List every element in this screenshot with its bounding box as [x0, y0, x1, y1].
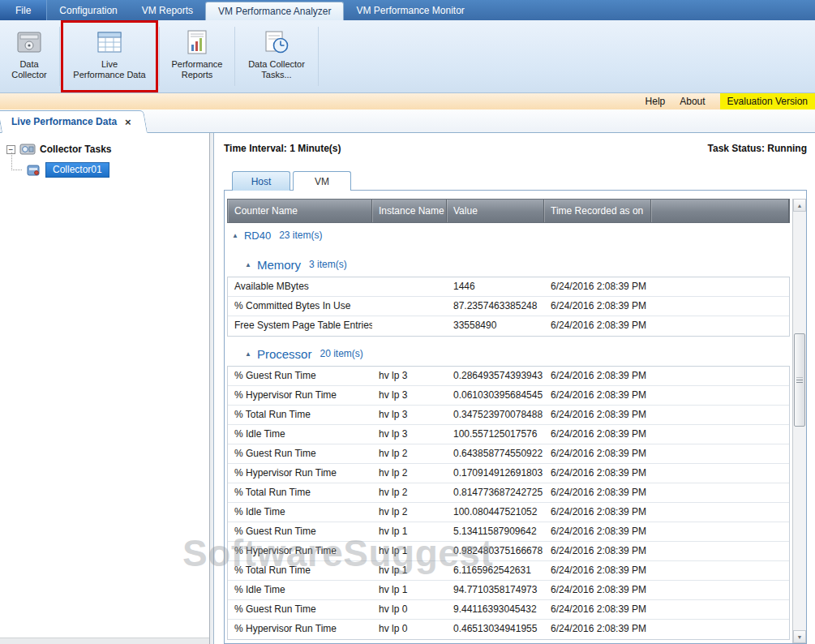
- table-row[interactable]: % Committed Bytes In Use87.2357463385248…: [228, 297, 789, 316]
- live-performance-data-icon: [96, 28, 123, 56]
- table-row[interactable]: % Total Run Timehv lp 30.347523970078488…: [228, 406, 789, 425]
- performance-reports-button[interactable]: Performance Reports: [163, 23, 231, 90]
- collapse-triangle-icon: ▲: [232, 232, 238, 239]
- data-collector-button[interactable]: Data Collector: [2, 23, 56, 90]
- cell-empty: [651, 425, 789, 444]
- cell-value: 100.557125017576: [447, 425, 544, 444]
- data-collector-icon: [15, 28, 43, 56]
- cell-counter-name: % Total Run Time: [228, 483, 372, 502]
- application-window: File Configuration VM Reports VM Perform…: [0, 0, 815, 644]
- cell-instance-name: hv lp 3: [372, 386, 447, 405]
- tab-vm-performance-monitor[interactable]: VM Performance Monitor: [344, 0, 476, 20]
- table-row[interactable]: % Guest Run Timehv lp 30.286493574393943…: [228, 367, 789, 386]
- cell-counter-name: % Total Run Time: [228, 406, 372, 424]
- table-row[interactable]: % Idle Timehv lp 194.77103581749736/24/2…: [228, 581, 789, 600]
- cell-instance-name: [372, 297, 447, 316]
- column-header-instance-name[interactable]: Instance Name: [372, 200, 447, 222]
- scroll-down-icon[interactable]: ▼: [793, 630, 806, 643]
- cell-counter-name: % Total Run Time: [228, 561, 372, 580]
- cell-empty: [651, 277, 789, 296]
- scrollbar-thumb[interactable]: [794, 333, 805, 427]
- table-row[interactable]: % Hypervisor Run Timehv lp 00.4651303494…: [228, 620, 789, 639]
- cell-time-recorded: 6/24/2016 2:08:39 PM: [544, 483, 651, 502]
- tab-vm[interactable]: VM: [293, 171, 351, 191]
- about-link[interactable]: About: [680, 96, 705, 107]
- column-header-time-recorded[interactable]: Time Recorded as on: [544, 200, 651, 222]
- document-tab-live-performance-data[interactable]: Live Performance Data ×: [2, 110, 152, 133]
- table-row[interactable]: Free System Page Table Entries335584906/…: [228, 316, 789, 336]
- group-header-memory[interactable]: ▲Memory3 item(s): [227, 252, 790, 277]
- cell-instance-name: [372, 316, 447, 336]
- scrollbar-grip-icon: [796, 377, 803, 383]
- cell-empty: [651, 444, 789, 463]
- cell-instance-name: hv lp 3: [372, 367, 447, 385]
- table-row[interactable]: % Guest Run Timehv lp 09.441163930454326…: [228, 600, 789, 620]
- document-tab-label: Live Performance Data: [11, 116, 117, 127]
- table-row[interactable]: % Total Run Timehv lp 16.11659625426316/…: [228, 561, 789, 581]
- cell-value: 9.44116393045432: [447, 600, 544, 619]
- tree-horizontal-scrollbar[interactable]: [0, 638, 209, 644]
- subgroup-count: 20 item(s): [320, 348, 362, 359]
- tab-file[interactable]: File: [0, 0, 47, 20]
- tree-node-collector01[interactable]: Collector01: [25, 162, 209, 178]
- table-row[interactable]: % Hypervisor Run Timehv lp 10.9824803751…: [228, 542, 789, 561]
- tab-host[interactable]: Host: [232, 171, 290, 191]
- collapse-triangle-icon: ▲: [245, 261, 251, 268]
- cell-counter-name: % Guest Run Time: [228, 367, 372, 385]
- table-row[interactable]: % Total Run Timehv lp 20.814773687242725…: [228, 483, 789, 503]
- cell-time-recorded: 6/24/2016 2:08:39 PM: [544, 406, 651, 424]
- collapse-triangle-icon: ▲: [245, 350, 251, 358]
- scrollbar-track[interactable]: [793, 212, 806, 630]
- cell-instance-name: hv lp 3: [372, 406, 447, 424]
- cell-value: 94.7710358174973: [447, 581, 544, 599]
- row-group-box: Available MBytes14466/24/2016 2:08:39 PM…: [227, 277, 790, 337]
- scroll-up-icon[interactable]: ▲: [793, 199, 806, 212]
- grid-area: Counter Name Instance Name Value Time Re…: [225, 191, 792, 643]
- column-header-counter-name[interactable]: Counter Name: [228, 200, 372, 222]
- table-row[interactable]: % Hypervisor Run Timehv lp 20.1709149126…: [228, 464, 789, 483]
- cell-time-recorded: 6/24/2016 2:08:39 PM: [544, 386, 651, 405]
- view-tabs: Host VM: [232, 171, 807, 191]
- cell-counter-name: Available MBytes: [228, 277, 372, 296]
- performance-data-panel: Time Interval: 1 Minute(s) Task Status: …: [213, 133, 815, 644]
- cell-time-recorded: 6/24/2016 2:08:39 PM: [544, 464, 651, 483]
- column-header-empty: [651, 200, 789, 222]
- live-performance-data-button[interactable]: Live Performance Data: [63, 23, 156, 90]
- close-tab-icon[interactable]: ×: [125, 116, 131, 128]
- tab-vm-performance-analyzer[interactable]: VM Performance Analyzer: [205, 2, 344, 20]
- grid-header: Counter Name Instance Name Value Time Re…: [227, 199, 790, 223]
- document-tab-strip: Live Performance Data ×: [0, 109, 815, 133]
- table-row[interactable]: % Idle Timehv lp 2100.0804475210526/24/2…: [228, 503, 789, 522]
- cell-counter-name: % Guest Run Time: [228, 444, 372, 463]
- help-link[interactable]: Help: [646, 96, 666, 107]
- tab-configuration[interactable]: Configuration: [47, 0, 129, 20]
- performance-grid: Counter Name Instance Name Value Time Re…: [224, 190, 807, 644]
- table-row[interactable]: % Idle Timehv lp 3100.5571250175766/24/2…: [228, 425, 789, 444]
- cell-counter-name: % Committed Bytes In Use: [228, 297, 372, 316]
- cell-empty: [651, 503, 789, 522]
- task-status-label: Task Status: Running: [708, 143, 807, 154]
- evaluation-version-badge: Evaluation Version: [720, 93, 815, 109]
- help-strip: Help About Evaluation Version: [0, 93, 815, 109]
- cell-counter-name: % Hypervisor Run Time: [228, 620, 372, 639]
- column-header-value[interactable]: Value: [447, 200, 544, 222]
- table-row[interactable]: % Guest Run Timehv lp 20.643858774550922…: [228, 444, 789, 464]
- grid-body: ▲RD4023 item(s)▲Memory3 item(s)Available…: [227, 223, 790, 640]
- tab-vm-reports[interactable]: VM Reports: [130, 0, 205, 20]
- table-row[interactable]: % Hypervisor Run Timehv lp 30.0610303956…: [228, 386, 789, 406]
- table-row[interactable]: Available MBytes14466/24/2016 2:08:39 PM: [228, 277, 789, 297]
- table-row[interactable]: % Guest Run Timehv lp 15.134115879096426…: [228, 522, 789, 542]
- cell-time-recorded: 6/24/2016 2:08:39 PM: [544, 425, 651, 444]
- data-collector-tasks-button[interactable]: Data Collector Tasks...: [238, 23, 315, 90]
- tree-node-collector-tasks[interactable]: − Collector Tasks: [6, 142, 209, 157]
- cell-instance-name: hv lp 1: [372, 522, 447, 541]
- vertical-scrollbar[interactable]: ▲ ▼: [792, 199, 806, 643]
- group-header-rd40[interactable]: ▲RD4023 item(s): [227, 223, 790, 247]
- subgroup-count: 3 item(s): [309, 259, 347, 270]
- cell-counter-name: % Hypervisor Run Time: [228, 542, 372, 560]
- group-header-processor[interactable]: ▲Processor20 item(s): [227, 341, 790, 366]
- subgroup-label: Processor: [257, 347, 312, 361]
- cell-time-recorded: 6/24/2016 2:08:39 PM: [544, 316, 651, 336]
- cell-time-recorded: 6/24/2016 2:08:39 PM: [544, 581, 651, 599]
- cell-time-recorded: 6/24/2016 2:08:39 PM: [544, 277, 651, 296]
